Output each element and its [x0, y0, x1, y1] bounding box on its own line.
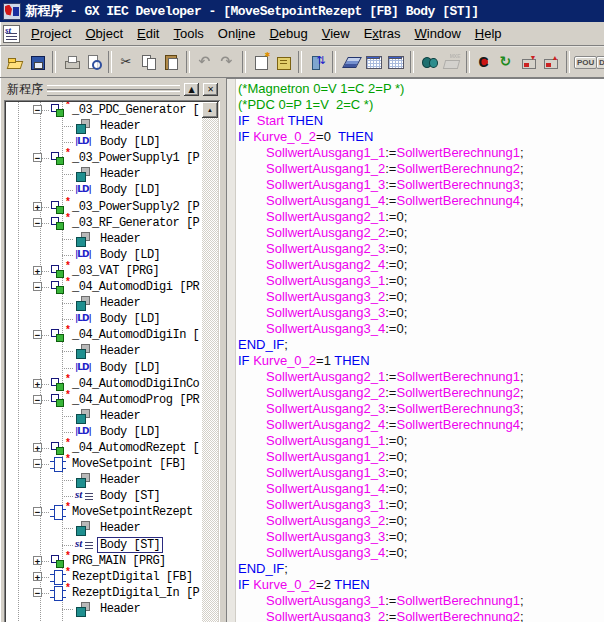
- code-line: SollwertAusgang2_4:=0;: [238, 257, 604, 273]
- st-body-editor[interactable]: (*Magnetron 0=V 1=C 2=P *)(*PDC 0=P 1=V …: [226, 78, 604, 622]
- scrollbar-up-arrow[interactable]: ▲: [202, 102, 218, 118]
- tree-item-_04_automoddigiinco[interactable]: +*_04_AutomodDigiInCo: [6, 376, 202, 392]
- paste-button[interactable]: [160, 50, 182, 74]
- collapse-box[interactable]: −: [33, 153, 42, 162]
- panel-drag-grip[interactable]: [47, 85, 180, 96]
- expand-box[interactable]: +: [33, 202, 42, 211]
- monitoring-button[interactable]: [418, 50, 440, 74]
- undo-button[interactable]: [194, 50, 216, 74]
- tree-item-header[interactable]: Header: [6, 343, 202, 359]
- pou-pool-button[interactable]: POU: [574, 50, 596, 74]
- collapse-box[interactable]: −: [33, 282, 42, 291]
- tree-item-_04_automodprogpr[interactable]: −*_04_AutomodProg [PR: [6, 392, 202, 408]
- function-block-icon: *: [50, 457, 68, 471]
- grid-editor-2-button[interactable]: [384, 50, 406, 74]
- tree-item-header[interactable]: Header: [6, 520, 202, 536]
- upload-from-plc-button[interactable]: [540, 50, 562, 74]
- tree-item-_03_rf_generatorp[interactable]: −*_03_RF_Generator [P: [6, 215, 202, 231]
- transfer-setup-button[interactable]: [306, 50, 328, 74]
- collapse-box[interactable]: −: [33, 459, 42, 468]
- download-to-plc-button[interactable]: [518, 50, 540, 74]
- tree-vertical-scrollbar[interactable]: ▲: [202, 102, 218, 622]
- collapse-box[interactable]: −: [33, 588, 42, 597]
- collapse-box[interactable]: −: [33, 330, 42, 339]
- collapse-box[interactable]: −: [33, 105, 42, 114]
- menu-bar: ProjectObjectEditToolsOnlineDebugViewExt…: [0, 22, 604, 46]
- tree-connector-line: [62, 126, 74, 127]
- tree-item-header[interactable]: Header: [6, 472, 202, 488]
- collapse-box[interactable]: −: [33, 395, 42, 404]
- mxchange-button[interactable]: [440, 50, 462, 74]
- code-operator: ;: [520, 145, 524, 160]
- tree-item-_04_automoddigipr[interactable]: −*_04_AutomodDigi [PR: [6, 279, 202, 295]
- code-line: SollwertAusgang1_4:=0;: [238, 481, 604, 497]
- print-preview-button[interactable]: [82, 50, 104, 74]
- tree-item-_03_powersupply1p[interactable]: −*_03_PowerSupply1 [P: [6, 150, 202, 166]
- menu-tools[interactable]: Tools: [166, 23, 210, 45]
- menu-online[interactable]: Online: [211, 23, 263, 45]
- check-compile-button[interactable]: [474, 50, 496, 74]
- expand-box[interactable]: +: [33, 379, 42, 388]
- st-document-icon[interactable]: [3, 25, 20, 43]
- copy-icon: [141, 54, 158, 70]
- tree-connector-line: [42, 223, 50, 224]
- print-button[interactable]: [60, 50, 82, 74]
- tree-item-prg_mainprg[interactable]: +*PRG_MAIN [PRG]: [6, 553, 202, 569]
- grid-editor-1-button[interactable]: [362, 50, 384, 74]
- panel-collapse-button[interactable]: ▲: [184, 83, 199, 96]
- tree-item-bodyld[interactable]: Body [LD]: [6, 311, 202, 327]
- expand-box[interactable]: +: [33, 266, 42, 275]
- code-comment: (*PDC 0=P 1=V 2=C *): [238, 97, 373, 112]
- tree-item-movesetpointfb[interactable]: −*MoveSetpoint [FB]: [6, 456, 202, 472]
- menu-window[interactable]: Window: [408, 23, 468, 45]
- collapse-box[interactable]: −: [33, 507, 42, 516]
- new-pou-button[interactable]: [250, 50, 272, 74]
- tree-item-header[interactable]: Header: [6, 166, 202, 182]
- cut-button[interactable]: [116, 50, 138, 74]
- build-button[interactable]: [340, 50, 362, 74]
- tree-item-header[interactable]: Header: [6, 408, 202, 424]
- tree-connector-line: [62, 368, 74, 369]
- code-line: SollwertAusgang1_4:=SollwertBerechnung4;: [238, 193, 604, 209]
- menu-help[interactable]: Help: [468, 23, 509, 45]
- tree-item-bodyld[interactable]: Body [LD]: [6, 360, 202, 376]
- tree-item-bodyld[interactable]: Body [LD]: [6, 182, 202, 198]
- collapse-box[interactable]: −: [33, 218, 42, 227]
- tree-item-_03_powersupply2p[interactable]: +*_03_PowerSupply2 [P: [6, 199, 202, 215]
- menu-extras[interactable]: Extras: [357, 23, 408, 45]
- menu-edit[interactable]: Edit: [130, 23, 166, 45]
- tree-item-rezeptdigital_inp[interactable]: −*RezeptDigital_In [P: [6, 585, 202, 601]
- tree-item-movesetpointrezept[interactable]: −*MoveSetpointRezept: [6, 504, 202, 520]
- expand-box[interactable]: +: [33, 572, 42, 581]
- tree-item-_03_vatprg[interactable]: +*_03_VAT [PRG]: [6, 263, 202, 279]
- tree-item-header[interactable]: Header: [6, 231, 202, 247]
- code-operator: ;: [520, 401, 524, 416]
- panel-close-button[interactable]: ✕: [203, 83, 218, 96]
- rebuild-button[interactable]: [496, 50, 518, 74]
- expand-box[interactable]: +: [33, 443, 42, 452]
- menu-project[interactable]: Project: [24, 23, 78, 45]
- open-button[interactable]: [4, 50, 26, 74]
- tree-item-_04_automoddigiin[interactable]: −*_04_AutomodDigiIn [: [6, 327, 202, 343]
- dut-pool-button[interactable]: DUT: [596, 50, 604, 74]
- expand-box[interactable]: +: [33, 556, 42, 565]
- tree-item-_04_automodrezept[interactable]: +*_04_AutomodRezept [: [6, 440, 202, 456]
- menu-debug[interactable]: Debug: [262, 23, 314, 45]
- tree-item-_03_pdc_generator[interactable]: −*_03_PDC_Generator [: [6, 102, 202, 118]
- tree-item-bodyst[interactable]: Body [ST]: [6, 537, 202, 553]
- code-keyword: THEN: [334, 577, 369, 592]
- tree-item-bodyld[interactable]: Body [LD]: [6, 134, 202, 150]
- menu-object[interactable]: Object: [78, 23, 130, 45]
- menu-view[interactable]: View: [315, 23, 357, 45]
- project-organizer-button[interactable]: [272, 50, 294, 74]
- redo-button[interactable]: [216, 50, 238, 74]
- tree-item-header[interactable]: Header: [6, 118, 202, 134]
- copy-button[interactable]: [138, 50, 160, 74]
- tree-item-header[interactable]: Header: [6, 295, 202, 311]
- tree-item-bodyld[interactable]: Body [LD]: [6, 424, 202, 440]
- save-button[interactable]: [26, 50, 48, 74]
- tree-item-bodyld[interactable]: Body [LD]: [6, 247, 202, 263]
- tree-item-rezeptdigitalfb[interactable]: +*RezeptDigital [FB]: [6, 569, 202, 585]
- tree-item-bodyst[interactable]: Body [ST]: [6, 488, 202, 504]
- tree-item-header[interactable]: Header: [6, 601, 202, 617]
